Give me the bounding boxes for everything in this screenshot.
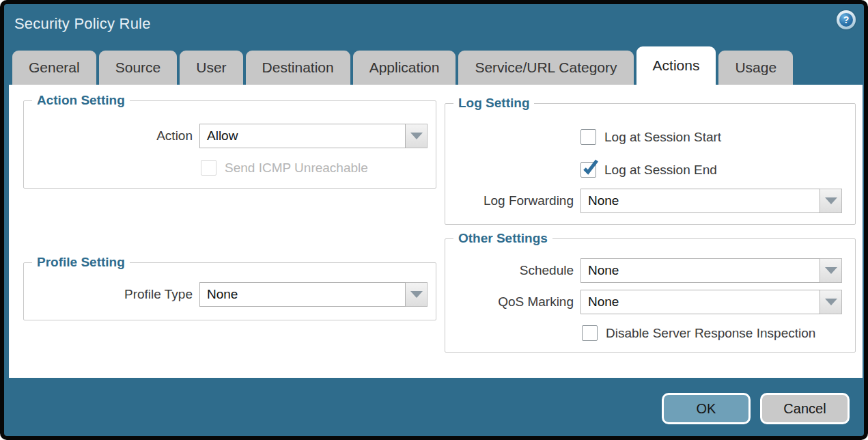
schedule-label: Schedule [445, 263, 580, 278]
help-icon-circle: ? [839, 13, 853, 27]
log-forwarding-dropdown-button[interactable] [820, 189, 842, 213]
tab-usage[interactable]: Usage [718, 51, 793, 85]
log-setting-legend: Log Setting [453, 96, 534, 111]
profile-type-label: Profile Type [24, 287, 199, 302]
log-session-end-checkbox[interactable] [580, 162, 596, 178]
log-session-start-label[interactable]: Log at Session Start [604, 130, 721, 145]
log-forwarding-label: Log Forwarding [445, 193, 580, 208]
action-dropdown-value: Allow [199, 124, 406, 148]
qos-marking-label: QoS Marking [445, 294, 580, 310]
log-session-end-label[interactable]: Log at Session End [604, 163, 717, 178]
chevron-down-icon [825, 299, 837, 305]
log-session-end-row: Log at Session End [580, 162, 855, 178]
action-dropdown[interactable]: Allow [199, 124, 428, 148]
action-label: Action [24, 128, 199, 143]
chevron-down-icon [410, 133, 423, 139]
profile-type-dropdown[interactable]: None [199, 282, 428, 307]
send-icmp-label: Send ICMP Unreachable [225, 161, 368, 176]
chevron-down-icon [825, 267, 837, 274]
profile-setting-legend: Profile Setting [32, 255, 130, 270]
log-setting-group: Log Setting Log at Session Start Log at … [445, 103, 856, 225]
schedule-dropdown-value: None [580, 258, 820, 283]
qos-marking-row: QoS Marking None [445, 290, 855, 314]
profile-type-row: Profile Type None [24, 282, 436, 307]
qos-marking-dropdown-button[interactable] [820, 290, 842, 314]
action-setting-group: Action Setting Action Allow Send ICMP Un… [23, 100, 436, 189]
qos-marking-dropdown-value: None [580, 290, 820, 314]
dsri-row: Disable Server Response Inspection [582, 325, 855, 341]
action-dropdown-button[interactable] [406, 124, 428, 148]
log-forwarding-dropdown[interactable]: None [580, 189, 842, 213]
chevron-down-icon [410, 291, 423, 298]
security-policy-rule-dialog: Security Policy Rule ? General Source Us… [0, 0, 868, 440]
profile-type-dropdown-button[interactable] [406, 282, 428, 307]
log-session-start-row: Log at Session Start [580, 129, 855, 145]
tab-application[interactable]: Application [353, 51, 456, 85]
schedule-dropdown[interactable]: None [580, 258, 842, 283]
tab-user[interactable]: User [180, 51, 242, 85]
schedule-row: Schedule None [445, 258, 855, 283]
title-bar: Security Policy Rule ? [4, 4, 864, 44]
profile-setting-group: Profile Setting Profile Type None [23, 262, 436, 320]
cancel-button[interactable]: Cancel [760, 393, 850, 424]
log-forwarding-dropdown-value: None [580, 189, 820, 213]
chevron-down-icon [825, 197, 837, 204]
log-session-start-checkbox[interactable] [580, 129, 596, 145]
profile-type-dropdown-value: None [199, 282, 406, 307]
dialog-content: Action Setting Action Allow Send ICMP Un… [9, 85, 863, 378]
action-row: Action Allow [24, 124, 436, 148]
action-setting-legend: Action Setting [32, 93, 130, 108]
dialog-title: Security Policy Rule [14, 15, 151, 33]
other-settings-group: Other Settings Schedule None QoS Marking… [445, 238, 856, 353]
tab-service-url-category[interactable]: Service/URL Category [458, 51, 633, 85]
tab-destination[interactable]: Destination [246, 51, 350, 85]
qos-marking-dropdown[interactable]: None [580, 290, 842, 314]
tab-source[interactable]: Source [99, 51, 178, 85]
tab-general[interactable]: General [12, 51, 96, 85]
other-settings-legend: Other Settings [453, 231, 552, 246]
help-icon[interactable]: ? [837, 10, 856, 29]
tab-bar: General Source User Destination Applicat… [12, 46, 793, 85]
dsri-checkbox[interactable] [582, 325, 598, 341]
send-icmp-checkbox [201, 160, 216, 176]
question-mark-glyph: ? [843, 15, 850, 25]
send-icmp-row: Send ICMP Unreachable [201, 160, 436, 176]
dsri-label[interactable]: Disable Server Response Inspection [606, 326, 815, 341]
tab-actions[interactable]: Actions [636, 46, 716, 85]
ok-button[interactable]: OK [662, 393, 751, 424]
log-forwarding-row: Log Forwarding None [445, 189, 855, 213]
schedule-dropdown-button[interactable] [820, 258, 842, 283]
